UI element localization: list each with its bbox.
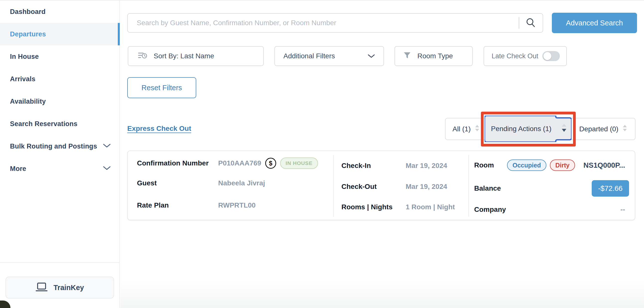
sidebar-item-label: Arrivals: [10, 75, 35, 83]
laptop-icon: [36, 282, 48, 293]
sidebar-nav: Dashboard Departures In House Arrivals A…: [0, 1, 119, 180]
confirmation-number-value: P010AAA769: [218, 159, 261, 167]
sidebar-item-label: Availability: [10, 98, 46, 105]
balance-label: Balance: [474, 183, 501, 194]
balance-amount-chip[interactable]: -$72.66: [592, 180, 629, 197]
dollar-circle-icon: $: [265, 158, 276, 169]
advanced-search-button[interactable]: Advanced Search: [552, 13, 637, 33]
search-input[interactable]: [128, 14, 519, 32]
trainkey-label: TrainKey: [54, 283, 84, 292]
chevron-down-icon: [103, 144, 111, 149]
late-check-out-filter: Late Check Out: [484, 46, 567, 66]
sidebar-item-search-reservations[interactable]: Search Reservations: [0, 113, 119, 135]
confirmation-number-label: Confirmation Number: [137, 157, 209, 169]
room-number-value: NS1Q000P...: [584, 159, 625, 171]
sort-arrows-icon: [623, 125, 627, 133]
chevron-down-icon: [368, 52, 375, 60]
late-check-out-toggle[interactable]: [542, 51, 560, 61]
room-type-label: Room Type: [418, 52, 453, 60]
rate-plan-label: Rate Plan: [137, 200, 169, 211]
card-divider: [468, 155, 469, 217]
late-check-out-label: Late Check Out: [492, 52, 538, 60]
company-label: Company: [474, 204, 506, 215]
tab-pending-actions-label: Pending Actions (1): [490, 116, 552, 142]
rate-plan-value: RWPRTL00: [218, 200, 256, 211]
check-in-label: Check-In: [342, 160, 371, 171]
sidebar-item-label: Search Reservations: [10, 120, 78, 128]
confirmation-number-group: P010AAA769 $ IN HOUSE: [218, 157, 318, 169]
sort-by-button[interactable]: Sort By: Last Name: [128, 46, 264, 66]
guest-label: Guest: [137, 177, 157, 189]
sidebar-footer-divider: [0, 262, 119, 263]
toggle-knob: [544, 52, 551, 60]
in-house-status-badge: IN HOUSE: [280, 157, 318, 169]
tab-all[interactable]: All (1): [452, 118, 479, 140]
trainkey-button[interactable]: TrainKey: [6, 277, 114, 298]
sidebar-item-more[interactable]: More: [0, 157, 119, 180]
search-icon[interactable]: [519, 18, 543, 28]
sidebar-item-dashboard[interactable]: Dashboard: [0, 1, 119, 23]
occupied-badge: Occupied: [507, 159, 546, 171]
additional-filters-dropdown[interactable]: Additional Filters: [274, 46, 384, 66]
rooms-nights-value: 1 Room | Night: [406, 201, 455, 213]
sidebar-item-arrivals[interactable]: Arrivals: [0, 68, 119, 90]
check-out-value: Mar 19, 2024: [406, 181, 447, 192]
tab-pending-actions[interactable]: Pending Actions (1): [484, 116, 572, 142]
check-in-value: Mar 19, 2024: [406, 160, 447, 171]
sidebar-item-label: Dashboard: [10, 8, 46, 16]
main-content: Advanced Search Sort By: Last Name Addit…: [120, 0, 644, 308]
express-check-out-link[interactable]: Express Check Out: [127, 125, 191, 133]
dirty-badge: Dirty: [550, 159, 575, 171]
filter-funnel-icon: [404, 52, 411, 61]
reservation-card[interactable]: Confirmation Number P010AAA769 $ IN HOUS…: [127, 151, 635, 220]
rooms-nights-label: Rooms | Nights: [342, 201, 392, 213]
company-value: --: [620, 204, 625, 215]
sidebar-item-label: In House: [10, 53, 39, 61]
room-label: Room: [474, 159, 494, 171]
room-type-button[interactable]: Room Type: [394, 46, 473, 66]
sidebar-item-label: Bulk Routing and Postings: [10, 143, 97, 150]
sidebar: Dashboard Departures In House Arrivals A…: [0, 1, 120, 308]
tab-all-label: All (1): [452, 125, 471, 133]
additional-filters-label: Additional Filters: [284, 52, 335, 60]
sidebar-item-label: More: [10, 165, 26, 173]
sort-by-label: Sort By: Last Name: [154, 52, 214, 60]
sidebar-item-bulk-routing[interactable]: Bulk Routing and Postings: [0, 135, 119, 157]
sidebar-item-departures[interactable]: Departures: [0, 23, 119, 45]
room-status-badges: Occupied Dirty: [507, 159, 575, 171]
reset-filters-button[interactable]: Reset Filters: [127, 77, 196, 98]
card-divider: [333, 155, 334, 217]
sort-arrows-icon: [475, 125, 479, 133]
sidebar-item-label: Departures: [10, 31, 46, 38]
tab-departed[interactable]: Departed (0): [579, 118, 627, 140]
search-box: [127, 13, 543, 33]
tab-departed-label: Departed (0): [579, 125, 618, 133]
sidebar-item-in-house[interactable]: In House: [0, 45, 119, 68]
chevron-down-icon: [103, 166, 111, 171]
sort-arrows-icon-active-desc: [562, 123, 566, 135]
guest-value: Nabeela Jivraj: [218, 177, 265, 189]
sort-clock-icon: [138, 51, 147, 62]
sidebar-item-availability[interactable]: Availability: [0, 90, 119, 113]
check-out-label: Check-Out: [342, 181, 377, 192]
